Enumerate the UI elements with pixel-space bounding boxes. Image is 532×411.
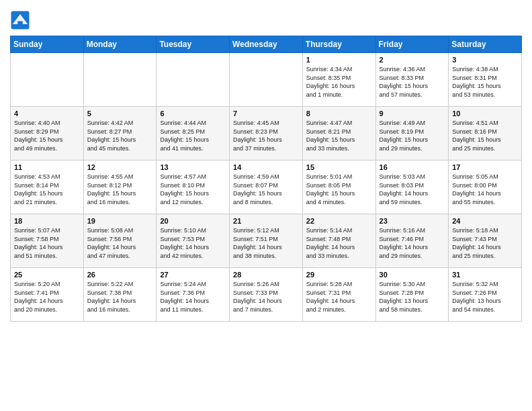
day-info: Sunrise: 5:32 AM Sunset: 7:26 PM Dayligh… bbox=[452, 280, 518, 314]
cell-0-0 bbox=[11, 53, 84, 107]
day-number: 9 bbox=[380, 109, 445, 118]
day-number: 18 bbox=[14, 217, 80, 225]
cell-1-2: 6Sunrise: 4:44 AM Sunset: 8:25 PM Daylig… bbox=[157, 107, 230, 161]
header-thursday: Thursday bbox=[302, 36, 375, 53]
cell-4-6: 31Sunrise: 5:32 AM Sunset: 7:26 PM Dayli… bbox=[449, 268, 522, 322]
day-number: 10 bbox=[452, 109, 518, 118]
cell-3-0: 18Sunrise: 5:07 AM Sunset: 7:58 PM Dayli… bbox=[11, 214, 84, 268]
day-info: Sunrise: 4:42 AM Sunset: 8:27 PM Dayligh… bbox=[87, 119, 153, 152]
day-info: Sunrise: 4:49 AM Sunset: 8:19 PM Dayligh… bbox=[380, 119, 445, 152]
cell-2-1: 12Sunrise: 4:55 AM Sunset: 8:12 PM Dayli… bbox=[83, 161, 157, 214]
cell-2-3: 14Sunrise: 4:59 AM Sunset: 8:07 PM Dayli… bbox=[230, 161, 303, 214]
day-info: Sunrise: 4:55 AM Sunset: 8:12 PM Dayligh… bbox=[87, 173, 153, 206]
header-tuesday: Tuesday bbox=[157, 36, 230, 53]
week-row-4: 18Sunrise: 5:07 AM Sunset: 7:58 PM Dayli… bbox=[11, 214, 522, 268]
cell-4-5: 30Sunrise: 5:30 AM Sunset: 7:28 PM Dayli… bbox=[375, 268, 449, 322]
day-number: 19 bbox=[87, 217, 153, 225]
header-friday: Friday bbox=[375, 36, 449, 53]
cell-1-1: 5Sunrise: 4:42 AM Sunset: 8:27 PM Daylig… bbox=[83, 107, 157, 161]
header bbox=[10, 7, 522, 30]
day-number: 27 bbox=[160, 271, 226, 279]
day-info: Sunrise: 4:51 AM Sunset: 8:16 PM Dayligh… bbox=[452, 119, 518, 152]
day-number: 16 bbox=[380, 163, 445, 171]
day-info: Sunrise: 4:40 AM Sunset: 8:29 PM Dayligh… bbox=[14, 119, 80, 152]
day-number: 1 bbox=[306, 56, 372, 64]
svg-rect-2 bbox=[17, 21, 23, 28]
logo-icon bbox=[10, 10, 30, 30]
cell-0-2 bbox=[157, 53, 230, 107]
day-number: 24 bbox=[452, 217, 518, 225]
day-info: Sunrise: 5:22 AM Sunset: 7:38 PM Dayligh… bbox=[87, 280, 153, 314]
day-number: 8 bbox=[306, 109, 372, 118]
cell-0-5: 2Sunrise: 4:36 AM Sunset: 8:33 PM Daylig… bbox=[375, 53, 449, 107]
cell-2-4: 15Sunrise: 5:01 AM Sunset: 8:05 PM Dayli… bbox=[302, 161, 375, 214]
calendar-header: SundayMondayTuesdayWednesdayThursdayFrid… bbox=[11, 36, 522, 53]
day-number: 26 bbox=[87, 271, 153, 279]
cell-1-3: 7Sunrise: 4:45 AM Sunset: 8:23 PM Daylig… bbox=[230, 107, 303, 161]
day-number: 13 bbox=[160, 163, 226, 171]
day-info: Sunrise: 5:30 AM Sunset: 7:28 PM Dayligh… bbox=[380, 280, 445, 314]
day-number: 28 bbox=[233, 271, 299, 279]
day-info: Sunrise: 4:45 AM Sunset: 8:23 PM Dayligh… bbox=[233, 119, 299, 152]
day-info: Sunrise: 5:08 AM Sunset: 7:56 PM Dayligh… bbox=[87, 226, 153, 260]
cell-1-4: 8Sunrise: 4:47 AM Sunset: 8:21 PM Daylig… bbox=[302, 107, 375, 161]
day-info: Sunrise: 5:01 AM Sunset: 8:05 PM Dayligh… bbox=[306, 173, 372, 206]
day-number: 17 bbox=[452, 163, 518, 171]
day-info: Sunrise: 5:07 AM Sunset: 7:58 PM Dayligh… bbox=[14, 226, 80, 260]
week-row-5: 25Sunrise: 5:20 AM Sunset: 7:41 PM Dayli… bbox=[11, 268, 522, 322]
day-number: 7 bbox=[233, 109, 299, 118]
day-number: 6 bbox=[160, 109, 226, 118]
calendar-body: 1Sunrise: 4:34 AM Sunset: 8:35 PM Daylig… bbox=[11, 53, 522, 322]
day-info: Sunrise: 4:53 AM Sunset: 8:14 PM Dayligh… bbox=[14, 173, 80, 206]
cell-0-4: 1Sunrise: 4:34 AM Sunset: 8:35 PM Daylig… bbox=[302, 53, 375, 107]
header-saturday: Saturday bbox=[449, 36, 522, 53]
day-info: Sunrise: 4:34 AM Sunset: 8:35 PM Dayligh… bbox=[306, 65, 372, 99]
cell-4-1: 26Sunrise: 5:22 AM Sunset: 7:38 PM Dayli… bbox=[83, 268, 157, 322]
day-number: 29 bbox=[306, 271, 372, 279]
day-info: Sunrise: 4:44 AM Sunset: 8:25 PM Dayligh… bbox=[160, 119, 226, 152]
day-info: Sunrise: 4:38 AM Sunset: 8:31 PM Dayligh… bbox=[452, 65, 518, 99]
cell-3-6: 24Sunrise: 5:18 AM Sunset: 7:43 PM Dayli… bbox=[449, 214, 522, 268]
cell-1-5: 9Sunrise: 4:49 AM Sunset: 8:19 PM Daylig… bbox=[375, 107, 449, 161]
cell-3-3: 21Sunrise: 5:12 AM Sunset: 7:51 PM Dayli… bbox=[230, 214, 303, 268]
day-number: 11 bbox=[14, 163, 80, 171]
day-info: Sunrise: 5:26 AM Sunset: 7:33 PM Dayligh… bbox=[233, 280, 299, 314]
cell-3-1: 19Sunrise: 5:08 AM Sunset: 7:56 PM Dayli… bbox=[83, 214, 157, 268]
cell-3-2: 20Sunrise: 5:10 AM Sunset: 7:53 PM Dayli… bbox=[157, 214, 230, 268]
day-info: Sunrise: 5:12 AM Sunset: 7:51 PM Dayligh… bbox=[233, 226, 299, 260]
day-number: 3 bbox=[452, 56, 518, 64]
logo bbox=[10, 10, 32, 30]
week-row-2: 4Sunrise: 4:40 AM Sunset: 8:29 PM Daylig… bbox=[11, 107, 522, 161]
week-row-1: 1Sunrise: 4:34 AM Sunset: 8:35 PM Daylig… bbox=[11, 53, 522, 107]
day-info: Sunrise: 5:20 AM Sunset: 7:41 PM Dayligh… bbox=[14, 280, 80, 314]
day-number: 30 bbox=[380, 271, 445, 279]
cell-4-0: 25Sunrise: 5:20 AM Sunset: 7:41 PM Dayli… bbox=[11, 268, 84, 322]
day-number: 12 bbox=[87, 163, 153, 171]
day-info: Sunrise: 5:24 AM Sunset: 7:36 PM Dayligh… bbox=[160, 280, 226, 314]
day-info: Sunrise: 5:16 AM Sunset: 7:46 PM Dayligh… bbox=[380, 226, 445, 260]
day-info: Sunrise: 5:03 AM Sunset: 8:03 PM Dayligh… bbox=[380, 173, 445, 206]
cell-2-0: 11Sunrise: 4:53 AM Sunset: 8:14 PM Dayli… bbox=[11, 161, 84, 214]
cell-4-2: 27Sunrise: 5:24 AM Sunset: 7:36 PM Dayli… bbox=[157, 268, 230, 322]
day-number: 14 bbox=[233, 163, 299, 171]
cell-4-4: 29Sunrise: 5:28 AM Sunset: 7:31 PM Dayli… bbox=[302, 268, 375, 322]
day-info: Sunrise: 5:05 AM Sunset: 8:00 PM Dayligh… bbox=[452, 173, 518, 206]
day-info: Sunrise: 5:28 AM Sunset: 7:31 PM Dayligh… bbox=[306, 280, 372, 314]
day-info: Sunrise: 5:10 AM Sunset: 7:53 PM Dayligh… bbox=[160, 226, 226, 260]
cell-2-2: 13Sunrise: 4:57 AM Sunset: 8:10 PM Dayli… bbox=[157, 161, 230, 214]
day-number: 25 bbox=[14, 271, 80, 279]
day-number: 21 bbox=[233, 217, 299, 225]
page-container: SundayMondayTuesdayWednesdayThursdayFrid… bbox=[0, 0, 532, 325]
cell-4-3: 28Sunrise: 5:26 AM Sunset: 7:33 PM Dayli… bbox=[230, 268, 303, 322]
day-number: 22 bbox=[306, 217, 372, 225]
cell-1-6: 10Sunrise: 4:51 AM Sunset: 8:16 PM Dayli… bbox=[449, 107, 522, 161]
day-number: 4 bbox=[14, 109, 80, 118]
cell-3-5: 23Sunrise: 5:16 AM Sunset: 7:46 PM Dayli… bbox=[375, 214, 449, 268]
day-number: 31 bbox=[452, 271, 518, 279]
header-row: SundayMondayTuesdayWednesdayThursdayFrid… bbox=[11, 36, 522, 53]
day-info: Sunrise: 4:59 AM Sunset: 8:07 PM Dayligh… bbox=[233, 173, 299, 206]
cell-2-5: 16Sunrise: 5:03 AM Sunset: 8:03 PM Dayli… bbox=[375, 161, 449, 214]
week-row-3: 11Sunrise: 4:53 AM Sunset: 8:14 PM Dayli… bbox=[11, 161, 522, 214]
calendar-table: SundayMondayTuesdayWednesdayThursdayFrid… bbox=[10, 36, 522, 322]
header-sunday: Sunday bbox=[11, 36, 84, 53]
